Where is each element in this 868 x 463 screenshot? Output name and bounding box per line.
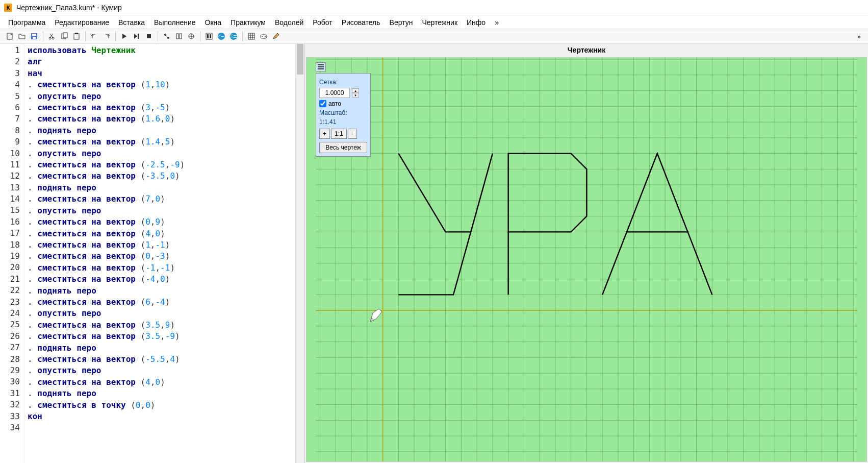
main-area: 1234567891011121314151617181920212223242… (0, 44, 868, 463)
toolbar-overflow-button[interactable]: » (854, 33, 864, 40)
toggle-1-button[interactable] (203, 31, 215, 42)
panel-menu-button[interactable] (316, 62, 326, 71)
grid-tool-button[interactable] (246, 31, 257, 42)
svg-rect-19 (210, 34, 211, 38)
tool-a-button[interactable] (161, 31, 172, 42)
zoom-reset-button[interactable]: 1:1 (331, 129, 347, 139)
menu-»[interactable]: » (491, 17, 503, 28)
paste-button[interactable] (71, 31, 82, 42)
svg-rect-8 (74, 34, 79, 39)
toolbar-separator (242, 31, 243, 41)
new-file-button[interactable] (4, 31, 15, 42)
zoom-in-button[interactable]: + (319, 129, 330, 139)
menu-рисователь[interactable]: Рисователь (338, 17, 385, 28)
line-gutter: 1234567891011121314151617181920212223242… (0, 44, 24, 463)
game-tool-button[interactable] (258, 31, 269, 42)
svg-rect-2 (32, 34, 36, 36)
menubar: ПрограммаРедактированиеВставкаВыполнение… (0, 15, 868, 29)
toolbar-separator (200, 31, 200, 41)
code-editor[interactable]: использовать Чертежникалгнач. сместиться… (24, 44, 295, 463)
stop-button[interactable] (143, 31, 155, 42)
svg-point-21 (230, 33, 237, 40)
menu-вертун[interactable]: Вертун (386, 17, 417, 28)
cut-button[interactable] (46, 31, 58, 42)
app-window: К Чертежник_Папа3.kum* - Кумир Программа… (0, 0, 868, 463)
menu-инфо[interactable]: Инфо (463, 17, 490, 28)
run-button[interactable] (119, 31, 130, 42)
tool-c-button[interactable] (186, 31, 197, 42)
copy-button[interactable] (59, 31, 70, 42)
svg-rect-11 (147, 34, 151, 38)
full-view-button[interactable]: Весь чертеж (319, 142, 367, 153)
svg-rect-9 (75, 33, 78, 34)
menu-робот[interactable]: Робот (309, 17, 336, 28)
menu-практикум[interactable]: Практикум (226, 17, 270, 28)
open-file-button[interactable] (16, 31, 28, 42)
canvas-area[interactable]: Сетка: ▲ ▼ авто Масштаб: 1:1.41 (306, 57, 867, 462)
water-1-icon[interactable] (216, 31, 227, 42)
menu-выполнение[interactable]: Выполнение (150, 17, 199, 28)
menu-чертежник[interactable]: Чертежник (418, 17, 462, 28)
toolbar-separator (158, 31, 158, 41)
svg-point-24 (262, 36, 263, 37)
editor-scrollbar[interactable] (295, 44, 304, 463)
svg-rect-22 (248, 33, 254, 39)
svg-rect-15 (180, 34, 182, 39)
scale-label: Масштаб: (319, 109, 367, 116)
undo-button[interactable] (89, 31, 100, 42)
svg-rect-14 (176, 34, 178, 39)
water-2-icon[interactable] (228, 31, 239, 42)
menu-водолей[interactable]: Водолей (271, 17, 308, 28)
svg-rect-3 (33, 37, 36, 39)
canvas-pane: Чертежник Сетка: ▲ ▼ авто (305, 44, 868, 463)
draw-tool-button[interactable] (270, 31, 282, 42)
grid-size-input[interactable] (319, 88, 350, 98)
svg-rect-7 (63, 33, 67, 38)
menu-программа[interactable]: Программа (4, 17, 49, 28)
toolbar-separator (85, 31, 86, 41)
grid-spin-down[interactable]: ▼ (352, 93, 359, 98)
canvas-title: Чертежник (305, 44, 868, 56)
tool-b-button[interactable] (173, 31, 185, 42)
toolbar-separator (115, 31, 116, 41)
app-icon: К (4, 4, 12, 12)
toolbar-separator (43, 31, 43, 41)
canvas-svg (307, 58, 866, 461)
zoom-out-button[interactable]: - (348, 129, 357, 139)
titlebar: К Чертежник_Папа3.kum* - Кумир (0, 0, 868, 15)
svg-rect-10 (138, 34, 139, 39)
svg-rect-23 (261, 35, 267, 38)
svg-point-25 (265, 36, 266, 37)
scrollbar-thumb[interactable] (297, 44, 303, 75)
svg-rect-18 (207, 34, 209, 38)
toolbar: » (0, 29, 868, 44)
menu-окна[interactable]: Окна (201, 17, 226, 28)
menu-вставка[interactable]: Вставка (114, 17, 149, 28)
auto-checkbox[interactable] (319, 100, 326, 107)
step-button[interactable] (131, 31, 142, 42)
svg-rect-17 (206, 33, 212, 39)
grid-label: Сетка: (319, 79, 367, 86)
canvas-control-panel: Сетка: ▲ ▼ авто Масштаб: 1:1.41 (316, 73, 371, 157)
menu-редактирование[interactable]: Редактирование (50, 17, 113, 28)
scale-value: 1:1.41 (319, 118, 367, 126)
save-file-button[interactable] (29, 31, 40, 42)
redo-button[interactable] (101, 31, 112, 42)
editor-pane: 1234567891011121314151617181920212223242… (0, 44, 305, 463)
grid-spin-up[interactable]: ▲ (352, 88, 359, 93)
auto-label: авто (328, 100, 341, 107)
window-title: Чертежник_Папа3.kum* - Кумир (16, 4, 122, 12)
